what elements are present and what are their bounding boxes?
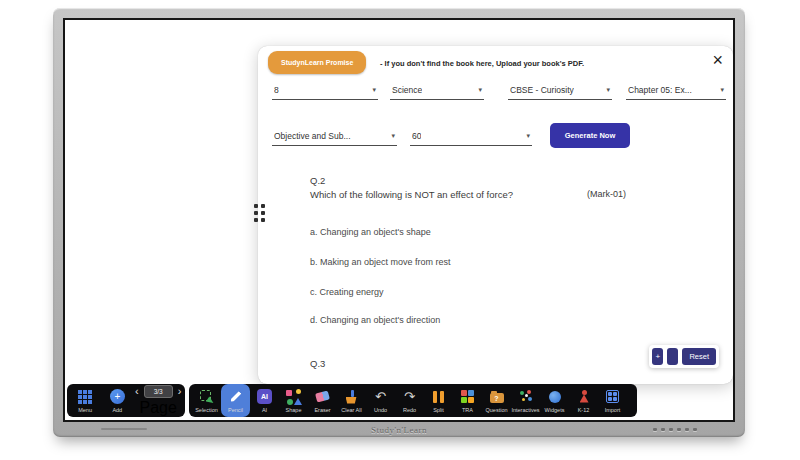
option-b: b. Making an object move from rest — [310, 257, 451, 267]
board-select[interactable]: CBSE - Curiosity ▾ — [508, 82, 612, 100]
reset-button[interactable]: Reset — [682, 348, 716, 365]
tool-selection[interactable]: Selection — [192, 384, 221, 417]
bezel-vent — [101, 428, 147, 430]
chevron-down-icon: ▾ — [478, 86, 482, 94]
option-d: d. Changing an object's direction — [310, 315, 440, 325]
question-folder-icon: ? — [489, 389, 505, 405]
subject-select[interactable]: Science ▾ — [390, 82, 484, 100]
chevron-down-icon: ▾ — [720, 86, 724, 94]
tool-ai[interactable]: AI AI — [250, 384, 279, 417]
menu-grid-icon — [77, 389, 93, 405]
pencil-icon — [228, 389, 244, 405]
menu-button[interactable]: Menu — [71, 384, 100, 417]
bezel-physical-buttons — [653, 428, 697, 431]
globe-icon — [547, 389, 563, 405]
chevron-down-icon: ▾ — [372, 86, 376, 94]
option-a: a. Changing an object's shape — [310, 227, 431, 237]
confetti-dots-icon — [518, 389, 534, 405]
tool-eraser[interactable]: Eraser — [308, 384, 337, 417]
modal-footer-actions: + Reset — [649, 345, 719, 368]
tool-import[interactable]: Import — [598, 384, 627, 417]
question-count-select[interactable]: 60 ▾ — [410, 128, 532, 146]
tool-pencil[interactable]: Pencil — [221, 384, 250, 417]
close-icon[interactable]: × — [712, 51, 723, 69]
tool-shape[interactable]: Shape — [279, 384, 308, 417]
add-button[interactable]: + Add — [103, 384, 132, 417]
plus-button[interactable]: + — [652, 348, 663, 365]
chapter-select[interactable]: Chapter 05: Ex... ▾ — [626, 82, 726, 100]
next-question-number: Q.3 — [310, 358, 325, 369]
quiz-generator-modal: StudynLearn Promise - If you don't find … — [258, 46, 733, 384]
whiteboard-screen: StudynLearn Promise - If you don't find … — [63, 18, 735, 422]
tool-tra[interactable]: TRA — [453, 384, 482, 417]
undo-arrow-icon: ↶ — [373, 389, 389, 405]
previous-page-icon[interactable]: ‹ — [135, 386, 139, 397]
chevron-down-icon: ▾ — [606, 86, 610, 94]
option-c: c. Creating energy — [310, 287, 384, 297]
import-grid-icon — [605, 389, 621, 405]
redo-arrow-icon: ↷ — [402, 389, 418, 405]
question-row: Which of the following is NOT an effect … — [310, 189, 626, 200]
tool-interactives[interactable]: Interactives — [511, 384, 540, 417]
question-mark-value: (Mark-01) — [587, 189, 626, 200]
tool-undo[interactable]: ↶ Undo — [366, 384, 395, 417]
tool-k12[interactable]: K-12 — [569, 384, 598, 417]
question-text: Which of the following is NOT an effect … — [310, 189, 513, 200]
question-type-select[interactable]: Objective and Sub... ▾ — [272, 128, 397, 146]
tool-redo[interactable]: ↷ Redo — [395, 384, 424, 417]
selection-icon — [199, 389, 215, 405]
tool-clear-all[interactable]: Clear All — [337, 384, 366, 417]
add-plus-icon: + — [109, 389, 125, 405]
modal-header: StudynLearn Promise - If you don't find … — [258, 46, 733, 78]
studynlearn-promise-button[interactable]: StudynLearn Promise — [268, 51, 366, 74]
device-brand-text: Study'n'Learn — [53, 425, 745, 435]
secondary-small-button[interactable] — [667, 348, 678, 365]
page-counter: 3/3 — [144, 385, 173, 398]
next-page-icon[interactable]: › — [178, 386, 182, 397]
tool-question[interactable]: ? Question — [482, 384, 511, 417]
broom-icon — [344, 389, 360, 405]
question-number: Q.2 — [310, 175, 325, 186]
shapes-icon — [286, 389, 302, 405]
tra-grid-icon — [460, 389, 476, 405]
toolbar-main-group: Selection Pencil AI AI Shape Eraser Clea… — [189, 384, 637, 417]
page-label: Page — [140, 399, 177, 417]
split-bars-icon — [431, 389, 447, 405]
upload-hint-text: - If you don't find the book here, Uploa… — [380, 59, 584, 68]
chevron-down-icon: ▾ — [391, 132, 395, 140]
interactive-display-bezel: StudynLearn Promise - If you don't find … — [53, 8, 745, 437]
generate-now-button[interactable]: Generate Now — [550, 123, 630, 148]
drag-handle[interactable] — [254, 204, 265, 222]
page-navigation: ‹ 3/3 › Page — [135, 385, 181, 417]
class-select[interactable]: 8 ▾ — [272, 82, 378, 100]
eraser-icon — [315, 389, 331, 405]
tool-split[interactable]: Split — [424, 384, 453, 417]
chevron-down-icon: ▾ — [526, 132, 530, 140]
person-icon — [576, 389, 592, 405]
toolbar-left-group: Menu + Add ‹ 3/3 › Page — [67, 384, 185, 417]
ai-icon: AI — [257, 389, 273, 405]
tool-widgets[interactable]: Widgets — [540, 384, 569, 417]
